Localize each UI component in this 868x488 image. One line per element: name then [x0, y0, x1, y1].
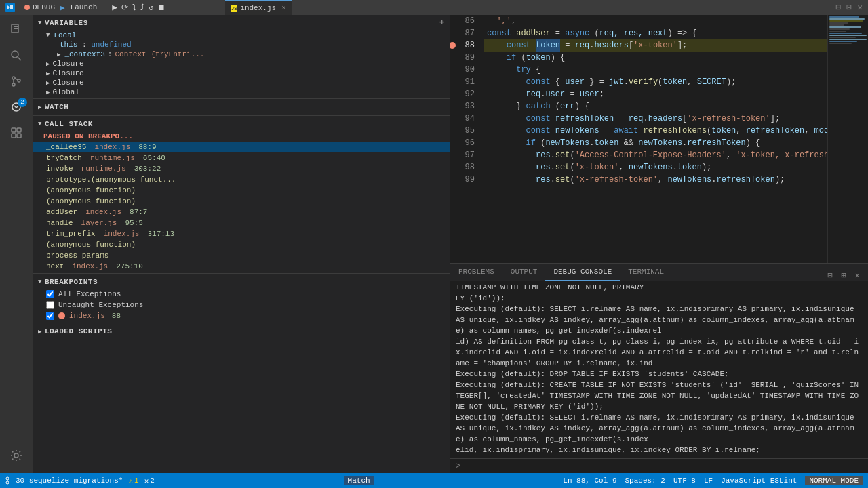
terminal-tab[interactable]: TERMINAL [620, 263, 672, 281]
uncaught-checkbox[interactable] [46, 301, 54, 309]
watch-section-header[interactable]: ▶ WATCH [33, 100, 450, 114]
restart-icon[interactable]: ↺ [149, 3, 153, 13]
git-branch[interactable]: 30_sequelize_migrations* [5, 476, 123, 485]
cs-line-0: 88:9 [138, 143, 156, 151]
all-exceptions-checkbox[interactable] [46, 290, 54, 298]
debug-icon-btn[interactable]: 2 [0, 95, 33, 119]
callstack-item-4[interactable]: (anonymous function) [33, 185, 450, 196]
editor-tab-index-js[interactable]: JS index.js × [225, 0, 291, 15]
callstack-item-7[interactable]: handle layer.js 95:5 [33, 218, 450, 228]
code-scroll[interactable]: ',', const addUser = async (req, res, ne… [484, 15, 827, 263]
breakpoint-dot-icon [58, 312, 65, 319]
minimap [827, 15, 868, 263]
errors-badge[interactable]: ✕ 2 [144, 476, 155, 485]
panel-icon-3[interactable]: ✕ [852, 270, 863, 281]
code-editor[interactable]: 86 87 88 89 90 91 92 93 94 95 96 [450, 15, 868, 263]
indent-size[interactable]: Spaces: 2 [625, 476, 665, 485]
encoding[interactable]: UTF-8 [673, 476, 696, 485]
status-bar: 30_sequelize_migrations* ⚠ 1 ✕ 2 Match L… [0, 473, 868, 488]
stop-icon[interactable]: ⏹ [157, 3, 165, 13]
debug-sidebar: ▼ VARIABLES + ▼ Local this : undefined ▶… [33, 15, 450, 473]
callstack-item-2[interactable]: invoke runtime.js 303:22 [33, 163, 450, 174]
error-count: 2 [150, 476, 155, 485]
callstack-item-8[interactable]: trim_prefix index.js 317:13 [33, 228, 450, 239]
close-window-icon[interactable]: ✕ [857, 2, 863, 13]
language-mode[interactable]: JavaScript ESLint [721, 476, 797, 485]
context3-arrow: ▶ [57, 51, 60, 58]
callstack-item-5[interactable]: (anonymous function) [33, 196, 450, 207]
breakpoints-section-header[interactable]: ▼ BREAKPOINTS [33, 275, 450, 289]
code-line-98: res.set('x-token', newTokens.token); [484, 161, 827, 174]
breakpoint-uncaught[interactable]: Uncaught Exceptions [33, 300, 450, 310]
console-log-line: Executing (default): SELECT i.relname AS… [456, 412, 863, 445]
problems-tab[interactable]: PROBLEMS [450, 263, 502, 281]
callstack-header-label: CALL STACK [45, 120, 93, 128]
line-ending[interactable]: LF [704, 476, 713, 485]
ln-97: 97 [450, 149, 480, 161]
tab-close-btn[interactable]: × [281, 4, 286, 12]
variables-header-label: VARIABLES [45, 19, 88, 27]
launch-label: Launch [71, 3, 98, 12]
add-var-btn[interactable]: + [439, 18, 445, 28]
closure1[interactable]: ▶ Closure [33, 59, 450, 68]
svg-point-21 [6, 481, 9, 484]
cs-file-2: runtime.js [81, 165, 126, 173]
divider1 [33, 98, 450, 99]
vim-mode: NORMAL MODE [805, 476, 863, 485]
local-item[interactable]: ▼ Local [33, 30, 450, 40]
divider2 [33, 115, 450, 116]
closure2[interactable]: ▶ Closure [33, 68, 450, 78]
global-item[interactable]: ▶ Global [33, 87, 450, 97]
panel-icon-1[interactable]: ⊟ [825, 270, 835, 281]
warning-count: 1 [134, 476, 139, 485]
cs-file-6: index.js [85, 208, 121, 216]
console-input[interactable] [463, 462, 863, 471]
step-into-icon[interactable]: ⤵ [132, 3, 136, 13]
bottom-activity-icons [0, 443, 33, 468]
step-over-icon[interactable]: ⟳ [121, 3, 128, 13]
tab-label: index.js [240, 4, 276, 12]
divider4 [33, 323, 450, 323]
explorer-icon-btn[interactable] [0, 18, 33, 42]
source-control-icon-btn[interactable] [0, 69, 33, 94]
loaded-scripts-section-header[interactable]: ▶ LOADED SCRIPTS [33, 325, 450, 338]
cs-line-11: 275:10 [116, 262, 143, 270]
callstack-item-11[interactable]: next index.js 275:10 [33, 261, 450, 272]
debug-console-content[interactable]: Executing (default): CREATE TABLE IF NOT… [450, 281, 868, 458]
variables-section-header[interactable]: ▼ VARIABLES + [33, 15, 450, 30]
breakpoints-arrow: ▼ [38, 279, 42, 285]
output-tab[interactable]: OUTPUT [502, 263, 546, 281]
closure1-label: Closure [52, 60, 83, 68]
console-log-line: elid, ix.indisprimary, ix.indisunique, i… [456, 445, 863, 455]
cursor-position[interactable]: Ln 88, Col 9 [563, 476, 616, 485]
ln-92: 92 [450, 88, 480, 100]
ln-93: 93 [450, 100, 480, 113]
continue-icon[interactable]: ▶ [112, 2, 117, 13]
extensions-icon-btn[interactable] [0, 121, 33, 145]
index-js-checkbox[interactable] [46, 312, 54, 320]
callstack-section-header[interactable]: ▼ CALL STACK [33, 117, 450, 131]
minimize-icon[interactable]: ⊟ [836, 2, 842, 13]
settings-icon-btn[interactable] [0, 443, 33, 468]
callstack-item-9[interactable]: (anonymous function) [33, 239, 450, 250]
cs-line-8: 317:13 [147, 230, 174, 238]
panel-icon-2[interactable]: ⊞ [838, 270, 849, 281]
closure3[interactable]: ▶ Closure [33, 78, 450, 87]
breakpoint-index-js[interactable]: index.js 88 [33, 310, 450, 321]
this-var[interactable]: this : undefined [33, 40, 450, 49]
debug-label[interactable]: DEBUG ▶ Launch [20, 0, 101, 15]
callstack-item-6[interactable]: addUser index.js 87:7 [33, 207, 450, 218]
cs-file-7: layer.js [81, 219, 117, 227]
callstack-item-10[interactable]: process_params [33, 250, 450, 261]
callstack-item-3[interactable]: prototype.(anonymous funct... [33, 174, 450, 185]
search-icon-btn[interactable] [0, 43, 33, 68]
step-out-icon[interactable]: ⤴ [140, 3, 144, 13]
callstack-arrow: ▼ [38, 121, 42, 127]
callstack-item-0[interactable]: _callee35 index.js 88:9 [33, 142, 450, 152]
breakpoint-all-exceptions[interactable]: All Exceptions [33, 289, 450, 300]
context3-var[interactable]: ▶ _context3 : Context {tryEntri... [33, 49, 450, 59]
warnings-badge[interactable]: ⚠ 1 [128, 476, 138, 485]
debug-console-tab[interactable]: DEBUG CONSOLE [545, 263, 620, 281]
callstack-item-1[interactable]: tryCatch runtime.js 65:40 [33, 152, 450, 163]
maximize-icon[interactable]: ⊡ [846, 2, 852, 13]
